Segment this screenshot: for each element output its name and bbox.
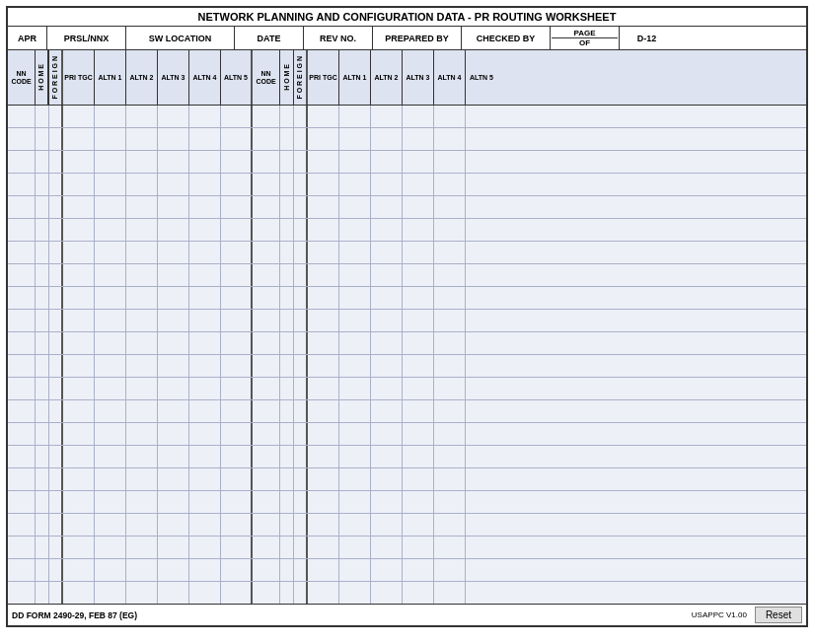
table-row <box>8 491 806 514</box>
table-row <box>8 378 806 400</box>
table-row <box>8 332 806 355</box>
table-cell <box>95 219 126 241</box>
table-cell <box>95 514 126 536</box>
table-cell <box>434 468 466 490</box>
table-cell <box>308 174 339 195</box>
table-cell <box>403 264 434 286</box>
table-cell <box>49 174 63 195</box>
table-cell <box>403 219 434 241</box>
table-cell <box>95 537 126 558</box>
table-cell <box>189 582 221 604</box>
table-cell <box>95 332 126 354</box>
table-cell <box>8 514 36 536</box>
table-cell <box>308 310 339 331</box>
table-cell <box>466 582 497 604</box>
table-cell <box>95 491 126 513</box>
table-cell <box>280 355 294 377</box>
table-row <box>8 287 806 310</box>
table-cell <box>126 287 158 309</box>
table-cell <box>36 400 49 422</box>
table-cell <box>371 491 403 513</box>
table-cell <box>95 400 126 422</box>
table-cell <box>294 514 308 536</box>
table-cell <box>49 446 63 467</box>
table-cell <box>253 219 280 241</box>
reset-button[interactable]: Reset <box>755 607 802 623</box>
table-cell <box>36 151 49 173</box>
table-cell <box>36 287 49 309</box>
table-cell <box>95 196 126 218</box>
table-cell <box>36 355 49 377</box>
table-cell <box>466 106 497 127</box>
table-cell <box>280 559 294 581</box>
table-cell <box>8 287 36 309</box>
table-cell <box>280 242 294 263</box>
col-foreign-left: F O R E I G N <box>49 50 63 105</box>
table-cell <box>339 537 371 558</box>
table-cell <box>434 400 466 422</box>
table-cell <box>49 219 63 241</box>
form-number: DD FORM 2490-29, FEB 87 (EG) <box>12 610 137 620</box>
table-cell <box>403 332 434 354</box>
table-cell <box>308 106 339 127</box>
table-cell <box>126 514 158 536</box>
table-cell <box>308 491 339 513</box>
table-cell <box>308 446 339 467</box>
table-cell <box>63 332 95 354</box>
table-cell <box>126 242 158 263</box>
table-cell <box>339 264 371 286</box>
table-cell <box>339 400 371 422</box>
table-cell <box>466 310 497 331</box>
table-cell <box>158 423 189 445</box>
table-cell <box>371 196 403 218</box>
table-cell <box>63 174 95 195</box>
table-cell <box>434 378 466 399</box>
table-cell <box>36 582 49 604</box>
table-cell <box>308 378 339 399</box>
table-cell <box>158 514 189 536</box>
table-cell <box>294 287 308 309</box>
table-cell <box>95 128 126 150</box>
version-label: USAPPC V1.00 <box>692 610 747 619</box>
table-row <box>8 468 806 491</box>
table-cell <box>221 174 253 195</box>
table-cell <box>371 264 403 286</box>
table-cell <box>280 174 294 195</box>
table-cell <box>189 400 221 422</box>
table-row <box>8 559 806 582</box>
table-cell <box>126 400 158 422</box>
table-cell <box>403 559 434 581</box>
table-cell <box>253 537 280 558</box>
table-cell <box>339 106 371 127</box>
table-cell <box>36 242 49 263</box>
table-cell <box>308 196 339 218</box>
table-cell <box>158 106 189 127</box>
table-cell <box>371 514 403 536</box>
table-cell <box>280 196 294 218</box>
table-cell <box>371 174 403 195</box>
table-cell <box>371 559 403 581</box>
table-cell <box>126 559 158 581</box>
table-cell <box>280 400 294 422</box>
table-cell <box>49 310 63 331</box>
table-row <box>8 423 806 446</box>
table-cell <box>308 559 339 581</box>
table-cell <box>221 287 253 309</box>
table-cell <box>221 219 253 241</box>
table-cell <box>434 537 466 558</box>
table-row <box>8 219 806 242</box>
table-cell <box>294 582 308 604</box>
table-cell <box>63 242 95 263</box>
table-cell <box>466 423 497 445</box>
table-cell <box>308 128 339 150</box>
table-cell <box>280 582 294 604</box>
table-cell <box>126 355 158 377</box>
table-cell <box>466 264 497 286</box>
table-cell <box>8 264 36 286</box>
col-header-row: NN CODE H O M E F O R E I G N PRI TGC AL… <box>8 50 806 106</box>
table-cell <box>126 446 158 467</box>
table-cell <box>49 514 63 536</box>
table-cell <box>280 219 294 241</box>
table-cell <box>371 468 403 490</box>
date-field: DATE <box>235 27 304 49</box>
